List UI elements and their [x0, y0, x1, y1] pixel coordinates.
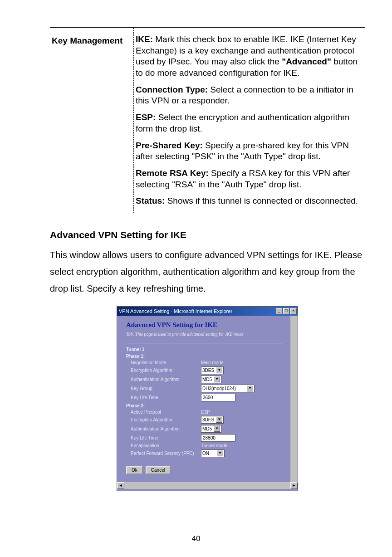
chevron-down-icon: ▼	[214, 376, 220, 382]
chevron-down-icon: ▼	[216, 416, 222, 423]
p1-encryption-algorithm: Encryption Algorithm 3DES▼	[126, 366, 283, 374]
section-body: This window allows users to configure ad…	[50, 247, 365, 297]
close-button[interactable]: ×	[290, 308, 297, 314]
para-rsa: Remote RSA Key: Specify a RSA key for th…	[136, 168, 364, 190]
p1-key-group: Key Group DH2(modp1024)▼	[126, 385, 283, 392]
p1-keylife-input[interactable]: 3600	[201, 394, 235, 401]
p2-encryption-algorithm: Encryption Algorithm 3DES▼	[126, 416, 283, 424]
chevron-down-icon: ▼	[217, 450, 223, 456]
phase2-label: Phase 2:	[126, 403, 283, 408]
p2-pfs-select[interactable]: ON▼	[201, 450, 225, 457]
ok-button[interactable]: Ok	[126, 466, 143, 474]
app-title: Adavnced VPN Setting for IKE	[126, 321, 283, 329]
p1-auth-algorithm: Authentication Algorithm MD5▼	[126, 376, 283, 383]
p1-negotiation-mode: Negotiation Mode Main mode	[126, 360, 283, 365]
p2-pfs: Perfect Forward Secrecy (PFC) ON▼	[126, 450, 283, 457]
p2-auth-algorithm: Authentication Algorithm MD5▼	[126, 425, 283, 433]
minimize-button[interactable]: _	[276, 308, 282, 314]
titlebar: VPN Advanced Setting - Microsoft Interne…	[117, 307, 298, 316]
p2-active-protocol: Active Protocol ESP	[126, 410, 283, 415]
p2-keylife-input[interactable]: 28800	[201, 434, 235, 442]
para-connection-type: Connection Type: Select a connection to …	[136, 84, 364, 107]
para-ike: IKE: Mark this check box to enable IKE. …	[136, 34, 364, 79]
phase1-label: Phase 1:	[126, 354, 283, 359]
window-title: VPN Advanced Setting - Microsoft Interne…	[119, 308, 232, 314]
chevron-down-icon: ▼	[214, 425, 220, 432]
page-number: 40	[0, 534, 392, 543]
table-right-content: IKE: Mark this check box to enable IKE. …	[134, 28, 365, 213]
p1-encryption-select[interactable]: 3DES▼	[201, 366, 224, 374]
table-left-heading: Key Management	[50, 28, 134, 213]
para-status: Status: Shows if this tunnel is connecte…	[136, 195, 364, 207]
cancel-button[interactable]: Cancel	[146, 466, 171, 474]
embedded-screenshot: VPN Advanced Setting - Microsoft Interne…	[50, 306, 365, 491]
para-psk: Pre-Shared Key: Specify a pre-shared key…	[136, 140, 364, 162]
p2-key-life-time: Key Life Time 28800	[126, 434, 283, 442]
maximize-button[interactable]: □	[283, 308, 289, 314]
p1-auth-select[interactable]: MD5▼	[201, 376, 221, 383]
p2-encapsulation: Encapsulation Tunnel mode	[126, 443, 283, 448]
horizontal-scrollbar[interactable]: ◄ ►	[117, 482, 298, 489]
p1-key-life-time: Key Life Time 3600	[126, 394, 283, 401]
tunnel-label: Tunnel 1	[126, 347, 283, 352]
ie-window: VPN Advanced Setting - Microsoft Interne…	[117, 306, 298, 491]
p2-encryption-select[interactable]: 3DES▼	[201, 416, 224, 424]
chevron-down-icon: ▼	[216, 367, 222, 373]
scroll-left-icon[interactable]: ◄	[117, 482, 124, 489]
para-esp: ESP: Select the encryption and authentic…	[136, 112, 364, 134]
section-heading: Advanced VPN Setting for IKE	[50, 230, 365, 240]
p2-auth-select[interactable]: MD5▼	[201, 425, 221, 433]
key-management-row: Key Management IKE: Mark this check box …	[50, 27, 365, 213]
tab-description: Tab. This page is used to provide advanc…	[126, 332, 283, 337]
scroll-right-icon[interactable]: ►	[290, 482, 298, 489]
chevron-down-icon: ▼	[247, 385, 253, 391]
p1-keygroup-select[interactable]: DH2(modp1024)▼	[201, 385, 255, 392]
